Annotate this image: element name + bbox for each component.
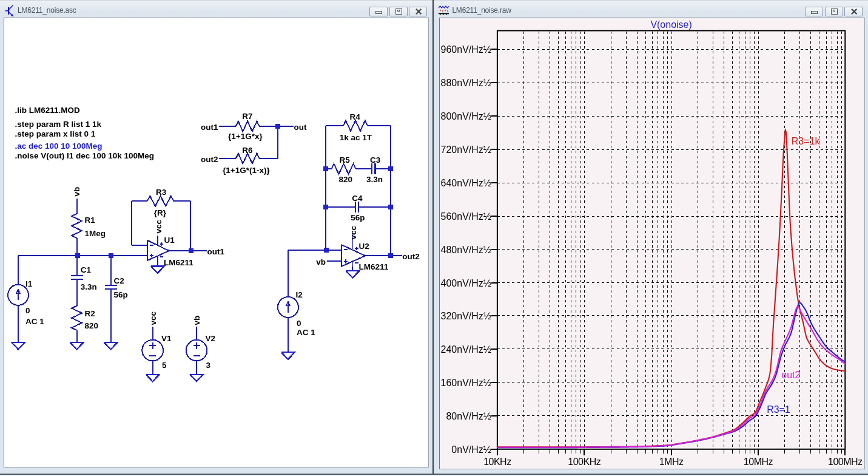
svg-text:V1: V1	[161, 334, 171, 343]
svg-text:0: 0	[296, 319, 301, 328]
svg-text:320nV/Hz½: 320nV/Hz½	[440, 311, 491, 321]
svg-text:1k ac 1T: 1k ac 1T	[339, 133, 372, 142]
svg-text:{R}: {R}	[153, 208, 166, 217]
svg-text:U2: U2	[358, 242, 369, 251]
svg-text:10MHz: 10MHz	[743, 457, 773, 467]
svg-text:AC 1: AC 1	[25, 317, 44, 326]
svg-text:{1+1G*x}: {1+1G*x}	[228, 132, 263, 141]
svg-text:.step param x list 0 1: .step param x list 0 1	[15, 129, 95, 138]
svg-text:I2: I2	[295, 290, 302, 299]
svg-text:720nV/Hz½: 720nV/Hz½	[440, 144, 491, 155]
svg-text:vcc: vcc	[153, 219, 163, 233]
svg-text:160nV/Hz½: 160nV/Hz½	[440, 378, 491, 388]
svg-text:U1: U1	[164, 236, 175, 245]
svg-text:R5: R5	[339, 155, 350, 165]
svg-text:V2: V2	[205, 334, 215, 343]
svg-text:.step param R list 1 1k: .step param R list 1 1k	[15, 120, 101, 129]
svg-text:vcc: vcc	[148, 311, 157, 325]
svg-text:3: 3	[206, 361, 210, 370]
svg-text:R4: R4	[349, 112, 360, 121]
svg-text:R3: R3	[156, 188, 167, 197]
svg-text:3.3n: 3.3n	[366, 175, 383, 184]
svg-text:0: 0	[25, 306, 30, 315]
svg-text:R7: R7	[242, 112, 252, 121]
svg-text:I1: I1	[25, 279, 33, 288]
svg-text:800nV/Hz½: 800nV/Hz½	[440, 111, 491, 121]
svg-text:0nV/Hz½: 0nV/Hz½	[451, 444, 491, 455]
svg-text:R3=1: R3=1	[767, 404, 790, 415]
svg-text:out1: out1	[201, 123, 218, 132]
svg-text:vb: vb	[192, 316, 201, 325]
svg-text:880nV/Hz½: 880nV/Hz½	[440, 78, 491, 88]
svg-text:vb: vb	[316, 257, 326, 267]
svg-text:100MHz: 100MHz	[828, 457, 863, 467]
svg-text:.ac dec 100 10 100Meg: .ac dec 100 10 100Meg	[15, 141, 102, 151]
svg-text:LM6211: LM6211	[163, 258, 193, 267]
svg-text:out: out	[294, 123, 306, 132]
svg-text:C2: C2	[113, 276, 124, 285]
svg-text:560nV/Hz½: 560nV/Hz½	[440, 211, 491, 222]
svg-text:out2: out2	[402, 252, 420, 261]
svg-text:.lib LM6211.MOD: .lib LM6211.MOD	[15, 106, 80, 115]
svg-text:LM6211: LM6211	[358, 262, 388, 271]
svg-text:5: 5	[161, 361, 166, 370]
svg-text:R3=1k: R3=1k	[791, 136, 820, 146]
svg-text:80nV/Hz½: 80nV/Hz½	[446, 411, 491, 421]
svg-text:R6: R6	[242, 146, 253, 155]
svg-text:1MHz: 1MHz	[659, 457, 683, 467]
svg-text:{1+1G*(1-x)}: {1+1G*(1-x)}	[223, 166, 270, 175]
svg-text:100KHz: 100KHz	[568, 457, 601, 467]
svg-text:56p: 56p	[351, 213, 365, 222]
svg-text:R2: R2	[84, 309, 95, 318]
svg-text:.noise V(out) I1 dec 100 10k 1: .noise V(out) I1 dec 100 10k 100Meg	[15, 151, 154, 160]
svg-text:R1: R1	[84, 216, 95, 225]
svg-text:vcc: vcc	[349, 225, 358, 239]
svg-text:vb: vb	[72, 187, 81, 197]
svg-text:640nV/Hz½: 640nV/Hz½	[440, 178, 491, 188]
svg-text:960nV/Hz½: 960nV/Hz½	[440, 44, 491, 55]
svg-text:out1: out1	[207, 247, 224, 256]
svg-text:820: 820	[338, 175, 352, 184]
svg-text:AC 1: AC 1	[296, 328, 315, 337]
svg-text:3.3n: 3.3n	[80, 282, 96, 291]
svg-text:400nV/Hz½: 400nV/Hz½	[440, 278, 491, 288]
svg-text:820: 820	[84, 321, 98, 330]
svg-text:out2: out2	[201, 155, 218, 164]
svg-text:C4: C4	[352, 194, 363, 203]
svg-text:C3: C3	[370, 155, 381, 165]
svg-text:V(onoise): V(onoise)	[650, 20, 691, 30]
svg-text:out2: out2	[781, 370, 800, 380]
svg-text:1Meg: 1Meg	[84, 229, 106, 238]
svg-text:480nV/Hz½: 480nV/Hz½	[440, 245, 491, 255]
svg-text:10KHz: 10KHz	[483, 457, 511, 467]
svg-text:240nV/Hz½: 240nV/Hz½	[440, 344, 491, 355]
svg-text:C1: C1	[80, 265, 91, 274]
svg-text:56p: 56p	[113, 290, 127, 299]
